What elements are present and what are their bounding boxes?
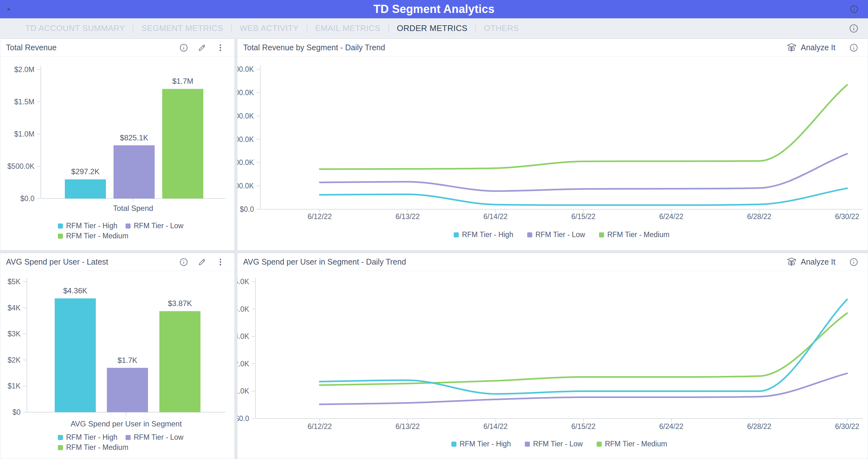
y-tick-label: $5K [8,277,21,286]
y-tick-label: $1.0K [238,387,249,395]
x-axis-label: Total Spend [113,204,153,212]
panel-actions [179,43,225,52]
y-tick-label: $300.0K [238,135,254,143]
line-rfm-tier-high[interactable] [320,299,847,394]
edit-pencil-icon[interactable] [198,258,207,266]
x-tick-label: 6/13/22 [396,422,420,431]
page-title: TD Segment Analytics [373,3,495,16]
tab-td-account-summary[interactable]: TD ACCOUNT SUMMARY [18,23,133,33]
panel-header: AVG Spend per User in Segment - Daily Tr… [238,253,868,271]
legend-item-rfm-tier-high[interactable]: RFM Tier - High [451,440,511,448]
kebab-menu-icon[interactable] [216,258,225,266]
legend-label: RFM Tier - High [462,230,513,239]
bar-value-label: $297.2K [71,167,99,176]
panel-avg-spend-trend: AVG Spend per User in Segment - Daily Tr… [237,253,868,459]
y-tick-label: $1K [8,382,21,390]
bar-rfm-tier-high[interactable] [65,179,106,199]
tab-web-activity[interactable]: WEB ACTIVITY [232,23,307,33]
x-tick-label: 6/24/22 [659,422,684,431]
bar-rfm-tier-high[interactable] [55,298,96,412]
legend-label: RFM Tier - Medium [607,230,670,239]
info-icon[interactable] [849,24,859,33]
panel-avg-spend-latest: AVG Spend per User - Latest [0,253,235,459]
panel-title: Total Revenue by Segment - Daily Trend [243,43,786,52]
owl-graduate-icon [786,257,797,267]
info-icon[interactable] [179,43,188,52]
legend-label: RFM Tier - High [66,222,117,230]
legend-item-rfm-tier-low[interactable]: RFM Tier - Low [126,222,184,230]
analyze-it-button[interactable]: Analyze It [786,43,835,53]
legend-item-rfm-tier-medium[interactable]: RFM Tier - Medium [599,230,670,239]
bar-rfm-tier-low[interactable] [114,145,155,199]
y-tick-label: $4K [8,304,21,312]
x-tick-label: 6/15/22 [571,422,596,431]
x-tick-label: 6/14/22 [484,212,508,221]
legend-item-rfm-tier-medium[interactable]: RFM Tier - Medium [58,232,128,240]
y-tick-label: $100.0K [238,182,254,190]
y-tick-label: $2.0K [238,360,249,368]
x-tick-label: 6/24/22 [659,212,684,221]
info-icon[interactable] [849,258,858,266]
bar-rfm-tier-medium[interactable] [162,89,203,199]
y-tick-label: $0.0 [20,194,34,203]
info-icon[interactable] [850,5,859,13]
legend-label: RFM Tier - High [66,433,117,441]
tab-email-metrics[interactable]: EMAIL METRICS [307,23,388,33]
analyze-it-button[interactable]: Analyze It [786,257,835,267]
y-tick-label: $3.0K [238,332,249,340]
y-tick-label: $5.0K [238,277,249,286]
tab-order-metrics[interactable]: ORDER METRICS [389,23,475,33]
legend-item-rfm-tier-medium[interactable]: RFM Tier - Medium [58,443,128,451]
bar-rfm-tier-medium[interactable] [159,311,200,412]
panel-actions: Analyze It [786,43,858,53]
tab-others[interactable]: OTHERS [476,23,527,33]
legend-label: RFM Tier - Low [535,230,585,239]
legend-item-rfm-tier-medium[interactable]: RFM Tier - Medium [597,440,667,448]
line-rfm-tier-medium[interactable] [320,313,847,385]
x-tick-label: 6/12/22 [308,212,332,221]
legend-item-rfm-tier-low[interactable]: RFM Tier - Low [126,433,184,441]
legend-label: RFM Tier - Medium [605,440,667,448]
panel-title: AVG Spend per User in Segment - Daily Tr… [243,257,786,266]
x-tick-label: 6/12/22 [308,422,332,431]
line-rfm-tier-high[interactable] [320,188,847,205]
x-tick-label: 6/30/22 [835,422,860,431]
bar-rfm-tier-low[interactable] [107,368,148,412]
panel-actions [179,258,225,266]
legend-item-rfm-tier-high[interactable]: RFM Tier - High [58,433,117,441]
tab-bar: TD ACCOUNT SUMMARYSEGMENT METRICSWEB ACT… [0,18,868,39]
analyze-it-label: Analyze It [801,257,835,266]
panel-total-revenue: Total Revenue [0,39,235,250]
total-revenue-bar-chart: $0.0$500.0K$1.0M$1.5M$2.0M$297.2K$825.1K… [0,57,234,250]
dashboard-grid: Total Revenue [0,39,868,459]
legend-label: RFM Tier - Low [134,222,184,230]
bar-value-label: $1.7K [118,356,137,364]
legend: RFM Tier - HighRFM Tier - LowRFM Tier - … [451,440,667,448]
y-tick-label: $2.0M [14,65,34,74]
panel-title: AVG Spend per User - Latest [6,257,179,266]
panel-header: Total Revenue [0,39,234,57]
legend-label: RFM Tier - Low [134,433,184,441]
bar-value-label: $825.1K [120,133,148,142]
legend-label: RFM Tier - High [460,440,511,448]
legend-item-rfm-tier-high[interactable]: RFM Tier - High [454,230,513,239]
legend-item-rfm-tier-low[interactable]: RFM Tier - Low [527,230,585,239]
kebab-menu-icon[interactable] [216,43,225,52]
panel-title: Total Revenue [6,43,179,52]
edit-pencil-icon[interactable] [198,43,207,52]
legend-label: RFM Tier - Medium [66,443,128,451]
y-tick-label: $1.5M [14,98,34,106]
legend: RFM Tier - HighRFM Tier - LowRFM Tier - … [454,230,670,239]
y-tick-label: $400.0K [238,112,254,120]
y-tick-label: $600.0K [238,65,254,73]
legend-item-rfm-tier-low[interactable]: RFM Tier - Low [525,440,583,448]
tab-segment-metrics[interactable]: SEGMENT METRICS [133,23,231,33]
x-tick-label: 6/28/22 [747,422,772,431]
info-icon[interactable] [849,43,858,52]
info-icon[interactable] [179,258,188,266]
y-tick-label: $1.0M [14,130,34,138]
y-tick-label: $200.0K [238,158,254,167]
x-tick-label: 6/15/22 [571,212,596,221]
line-rfm-tier-medium[interactable] [320,85,847,169]
legend-item-rfm-tier-high[interactable]: RFM Tier - High [58,222,117,230]
